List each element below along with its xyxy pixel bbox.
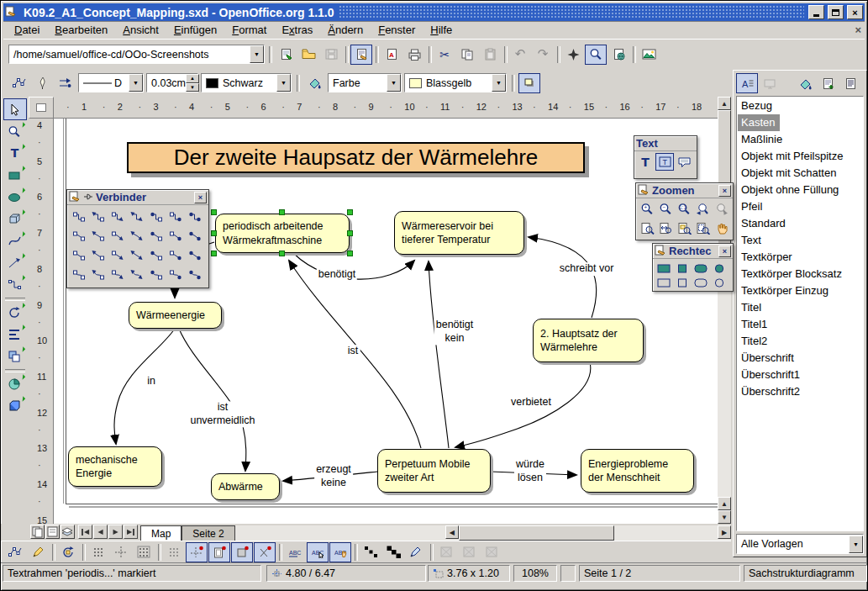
rectangle-tool-button[interactable] (3, 164, 27, 186)
ruler-origin[interactable] (29, 97, 54, 119)
zoom-page-width-button[interactable] (656, 219, 675, 237)
selection-handle[interactable] (211, 209, 217, 215)
page-tab-seite-2[interactable]: Seite 2 (181, 525, 234, 541)
connector-tool-button[interactable] (3, 273, 27, 295)
line-arrow-tool-button[interactable] (3, 251, 27, 273)
copy-button[interactable] (456, 45, 478, 65)
nav-next-button[interactable]: ▶ (108, 525, 123, 539)
connector-icon[interactable] (69, 207, 88, 226)
connector-icon[interactable] (127, 245, 146, 265)
drawing-canvas[interactable]: Der zweite Haupsatz der Wärmelehre perio… (54, 119, 718, 524)
node-waermereservoir[interactable]: Wärmereservoir bei tieferer Temperatur (394, 211, 524, 255)
selection-handle[interactable] (211, 251, 217, 256)
node-perpetuum[interactable]: Perpetuum Mobile zweiter Art (377, 449, 491, 493)
menu-bearbeiten[interactable]: Bearbeiten (47, 21, 115, 39)
menu-ansicht[interactable]: Ansicht (115, 21, 166, 39)
layer-view-button[interactable] (60, 525, 75, 539)
selection-handle[interactable] (347, 251, 353, 256)
minimize-button[interactable] (808, 5, 824, 19)
glue-points-mode-button[interactable] (27, 542, 49, 562)
hyperlink-button[interactable] (608, 45, 629, 65)
vertical-scrollbar[interactable]: ▲ ▲ ▼ (718, 97, 731, 524)
menu-ändern[interactable]: Ändern (320, 21, 371, 39)
style-item-ma-linie[interactable]: Maßlinie (738, 131, 862, 148)
zoom-100-button[interactable]: 1:1 (675, 200, 693, 218)
style-item-titel2[interactable]: Titel2 (738, 333, 862, 350)
spin-down-icon[interactable]: ▼ (186, 83, 199, 92)
zoom-next-button[interactable] (712, 200, 730, 218)
style-item--berschrift[interactable]: Überschrift (738, 350, 862, 367)
filled-rounded-rectangle-icon[interactable] (692, 261, 710, 275)
edge-label[interactable]: in (145, 375, 157, 388)
select-text-area-button[interactable]: ABC (307, 542, 329, 562)
scroll-down-icon[interactable]: ▼ (718, 510, 731, 524)
selection-handle[interactable] (347, 230, 353, 236)
spin-up-icon[interactable]: ▲ (186, 74, 199, 83)
selection-handle[interactable] (279, 209, 285, 215)
connector-icon[interactable] (88, 265, 108, 284)
insert-tool-button[interactable] (3, 372, 27, 394)
selection-handle[interactable] (211, 230, 217, 236)
selection-handle[interactable] (347, 209, 353, 215)
snap-to-snap-lines-button[interactable] (186, 542, 208, 562)
edit-file-button[interactable] (350, 45, 372, 65)
connector-icon[interactable] (166, 207, 185, 226)
grid-to-front-button[interactable] (133, 542, 155, 562)
style-item-titel1[interactable]: Titel1 (738, 316, 862, 333)
style-item-pfeil[interactable]: Pfeil (738, 198, 862, 215)
nav-first-button[interactable]: ◀ (78, 525, 92, 539)
rotation-mode-button[interactable] (57, 542, 79, 562)
style-item-textk-rper-einzug[interactable]: Textkörper Einzug (738, 282, 862, 299)
large-handles-button[interactable] (382, 542, 404, 562)
curve-tool-button[interactable] (3, 230, 27, 251)
gallery-button[interactable] (638, 45, 660, 65)
rotate-tool-button[interactable] (3, 301, 27, 323)
vertical-ruler[interactable]: 4·5·6·7·8·9·10·11·12·13·14·15· (29, 119, 54, 524)
menu-extras[interactable]: Extras (274, 21, 320, 39)
nav-prev-button[interactable]: ◀ (93, 525, 108, 539)
horizontal-scroll-thumb[interactable] (459, 525, 614, 541)
edge-label[interactable]: ist unvermeidlich (188, 401, 256, 427)
rectangles-close-icon[interactable]: × (718, 245, 731, 257)
alignment-tool-button[interactable] (3, 323, 27, 345)
snap-to-object-points-button[interactable] (254, 542, 276, 562)
menu-einfügen[interactable]: Einfügen (166, 21, 224, 39)
text-tool-button[interactable]: T (636, 153, 655, 171)
scroll-up2-icon[interactable]: ▲ (718, 497, 731, 510)
fill-type-combobox[interactable]: Farbe ▼ (328, 73, 402, 92)
connector-icon[interactable] (146, 245, 166, 265)
connector-icon[interactable] (69, 226, 88, 245)
scroll-left-icon[interactable]: ◀ (445, 525, 459, 539)
exit-group-button[interactable] (481, 542, 502, 562)
scroll-up-icon[interactable]: ▲ (718, 97, 731, 110)
update-style-button[interactable] (839, 73, 861, 93)
snap-to-page-margins-button[interactable] (208, 542, 230, 562)
edge-label[interactable]: verbietet (509, 396, 553, 409)
style-item-textk-rper-blocksatz[interactable]: Textkörper Blocksatz (738, 266, 862, 282)
edge-label[interactable]: erzeugt keine (314, 463, 353, 489)
titlebar[interactable]: K09.2_A1_Concept_Mapping.sxd - OpenOffic… (3, 3, 865, 21)
zoom-object-button[interactable] (693, 219, 712, 237)
connector-icon[interactable] (88, 226, 108, 245)
connector-icon[interactable] (69, 245, 88, 265)
status-page[interactable]: Seite 1 / 2 (579, 565, 740, 582)
horizontal-ruler[interactable]: 1·2·3·4·5·6·7·8·9·10·11·12·13·14·15·16·1… (54, 97, 718, 119)
filled-square-icon[interactable] (673, 261, 692, 275)
create-with-attributes-button[interactable] (405, 542, 427, 562)
close-document-icon[interactable]: × (855, 24, 861, 36)
object3d-tool-button[interactable] (3, 208, 27, 230)
style-list[interactable]: BezugKastenMaßlinieObjekt mit Pfeilspitz… (736, 96, 864, 531)
style-item--berschrift2[interactable]: Überschrift2 (738, 383, 862, 400)
rectangles-palette-titlebar[interactable]: Rechtec × (653, 244, 733, 259)
filled-rounded-square-icon[interactable] (710, 261, 729, 275)
line-style-combobox[interactable]: D ▼ (78, 73, 144, 92)
print-button[interactable] (403, 45, 425, 65)
connector-icon[interactable] (127, 207, 146, 226)
filled-rectangle-icon[interactable] (655, 261, 673, 275)
enter-group-button[interactable] (458, 542, 480, 562)
connector-icon[interactable] (88, 245, 108, 265)
connector-icon[interactable] (108, 226, 127, 245)
connector-icon[interactable] (108, 245, 127, 265)
edge-label[interactable]: benötigt (317, 268, 357, 282)
menu-format[interactable]: Format (224, 21, 274, 39)
